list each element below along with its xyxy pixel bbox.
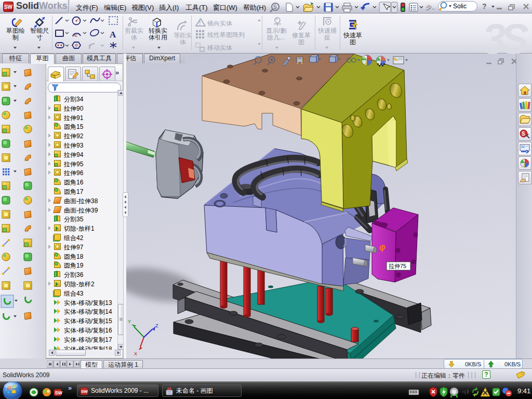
svg-text:S: S	[522, 131, 525, 137]
svg-text:SW: SW	[81, 389, 88, 394]
svg-text:Y: Y	[128, 319, 131, 324]
svg-text:拉伸75: 拉伸75	[389, 263, 406, 269]
svg-text:X: X	[134, 351, 137, 356]
svg-text:Z: Z	[155, 323, 158, 328]
svg-text:Solic: Solic	[453, 3, 467, 10]
svg-text:A: A	[110, 30, 116, 39]
svg-text:!: !	[199, 20, 201, 26]
svg-text:6: 6	[275, 16, 278, 21]
svg-text:S: S	[273, 4, 277, 10]
svg-text:少..: 少..	[426, 4, 435, 10]
svg-text:SW: SW	[55, 390, 63, 395]
